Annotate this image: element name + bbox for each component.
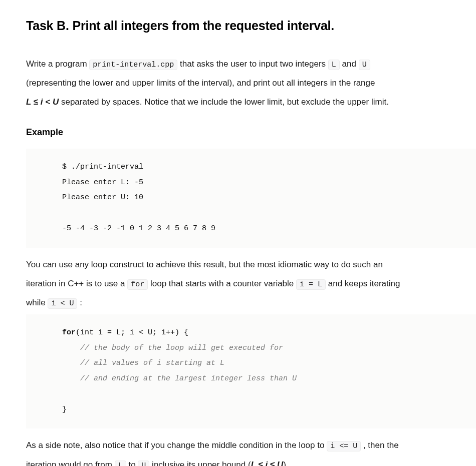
text: that asks the user to input two integers — [180, 59, 328, 69]
comment-3: // and ending at the largest integer les… — [80, 374, 297, 383]
mid-line-2: iteration in C++ is to use a for loop th… — [26, 276, 476, 292]
i-le-U-code: i <= U — [327, 441, 361, 451]
text: : — [80, 298, 82, 307]
close-brace: } — [62, 405, 67, 414]
for-keyword: for — [62, 328, 76, 337]
intro-line-2: (representing the lower and upper limits… — [26, 75, 476, 91]
L-code: L — [115, 460, 126, 466]
text: separated by spaces. Notice that we incl… — [59, 97, 389, 107]
task-title: Task B. Print all integers from the requ… — [26, 14, 476, 38]
for-loop-codeblock: for(int i = L; i < U; i++) { // the body… — [26, 314, 476, 429]
intro-line-3: L ≤ i < U separated by spaces. Notice th… — [26, 94, 476, 110]
intro-line-1: Write a program print-interval.cpp that … — [26, 56, 476, 73]
text: to — [128, 460, 138, 466]
text: As a side note, also notice that if you … — [26, 440, 327, 450]
text: inclusive its upper bound ( — [152, 460, 251, 466]
footer-line-1: As a side note, also notice that if you … — [26, 437, 476, 454]
i-eq-L-code: i = L — [296, 279, 326, 290]
for-signature: (int i = L; i < U; i++) { — [76, 328, 188, 337]
range-expr: L ≤ i < U — [26, 97, 59, 107]
text: iteration in C++ is to use a — [26, 279, 127, 288]
comment-1: // the body of the loop will get execute… — [80, 344, 283, 352]
var-U-code: U — [359, 60, 370, 70]
text: and — [342, 59, 359, 69]
mid-line-3: while i < U : — [26, 295, 476, 311]
text: ). — [283, 460, 288, 466]
text: Write a program — [26, 59, 89, 69]
page-container: Task B. Print all integers from the requ… — [0, 0, 476, 466]
filename-code: print-interval.cpp — [89, 60, 177, 70]
text: , then the — [363, 440, 399, 450]
range-expr-2: L ≤ i ≤ U — [251, 460, 284, 466]
var-L-code: L — [328, 60, 340, 70]
text: loop that starts with a counter variable — [150, 279, 296, 288]
example-output-block: $ ./print-interval Please enter L: -5 Pl… — [26, 149, 476, 248]
example-heading: Example — [26, 124, 476, 141]
text: while — [26, 298, 48, 307]
i-lt-U-code: i < U — [48, 298, 77, 309]
text: and keeps iterating — [328, 279, 400, 288]
text: iteration would go from — [26, 460, 115, 466]
for-keyword-code: for — [127, 279, 148, 290]
U-code: U — [138, 460, 149, 466]
mid-line-1: You can use any loop construct to achiev… — [26, 257, 476, 273]
comment-2: // all values of i starting at L — [80, 359, 224, 367]
footer-line-2: iteration would go from L to U inclusive… — [26, 457, 476, 466]
